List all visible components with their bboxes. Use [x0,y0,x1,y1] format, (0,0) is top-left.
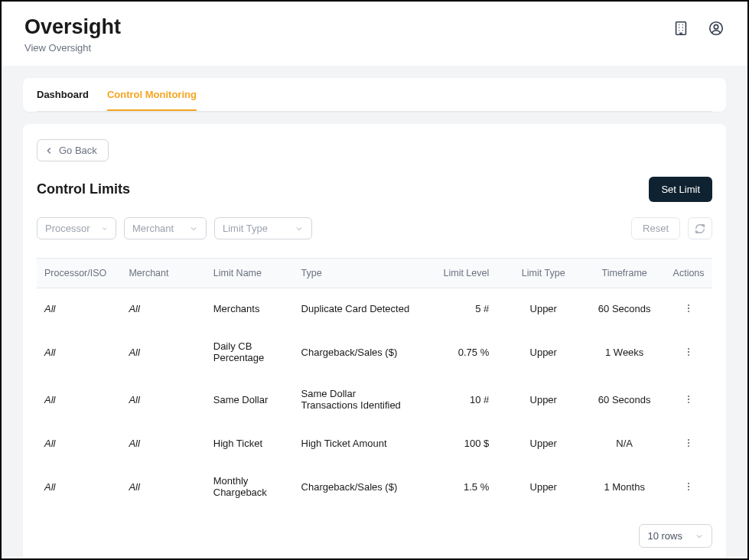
page-subtitle: View Oversight [24,42,121,54]
cell-limittype: Upper [503,328,584,376]
svg-point-12 [688,308,689,309]
cell-merchant: All [121,463,205,510]
cell-type: High Ticket Amount [294,423,422,463]
filters-left: Processor Merchant Limit Type [37,217,312,239]
more-vertical-icon [683,481,694,492]
cell-limitlevel: 0.75 % [422,328,503,376]
col-header-limitlevel: Limit Level [422,259,503,288]
more-vertical-icon [683,303,694,314]
cell-actions [665,376,712,423]
svg-point-25 [688,489,689,490]
content-area: Dashboard Control Monitoring Go Back Con… [2,66,747,557]
svg-point-9 [710,22,723,35]
chevron-down-icon [189,224,198,233]
table-row: All All Daily CB Percentage Chargeback/S… [37,328,712,376]
merchant-filter[interactable]: Merchant [124,217,207,239]
cell-processor: All [37,423,121,463]
reset-button[interactable]: Reset [631,217,680,239]
row-actions-button[interactable] [681,392,696,407]
svg-point-17 [688,396,689,397]
more-vertical-icon [683,347,694,357]
table-row: All All High Ticket High Ticket Amount 1… [37,423,712,463]
chevron-down-icon [295,224,304,233]
svg-point-22 [688,445,689,447]
row-actions-button[interactable] [681,479,696,494]
processor-filter-label: Processor [45,223,90,234]
cell-timeframe: 1 Weeks [584,328,665,376]
cell-limitlevel: 10 # [422,376,503,423]
section-title: Control Limits [37,181,130,197]
col-header-processor: Processor/ISO [37,259,121,288]
cell-limitname: Daily CB Percentage [206,328,294,376]
main-card: Go Back Control Limits Set Limit Process… [23,124,726,557]
cell-timeframe: N/A [584,423,665,463]
svg-rect-0 [676,22,686,35]
row-actions-button[interactable] [681,301,696,316]
cell-type: Chargeback/Sales ($) [294,463,422,510]
svg-point-20 [688,439,689,441]
cell-actions [665,288,712,329]
limit-type-filter[interactable]: Limit Type [214,217,312,239]
svg-point-13 [688,311,689,312]
building-icon[interactable] [672,20,689,40]
cell-limitlevel: 100 $ [422,423,503,463]
row-actions-button[interactable] [681,435,696,451]
cell-timeframe: 1 Months [584,463,665,510]
table-row: All All Monthly Chargeback Chargeback/Sa… [37,463,712,510]
cell-actions [665,423,712,463]
filters-right: Reset [631,217,712,239]
cell-actions [665,328,712,376]
cell-limittype: Upper [503,288,584,329]
svg-point-10 [714,24,718,29]
cell-limittype: Upper [503,463,584,510]
user-account-icon[interactable] [708,20,725,40]
svg-point-19 [688,402,689,403]
cell-type: Chargeback/Sales ($) [294,328,422,376]
svg-point-23 [688,483,689,484]
svg-point-18 [688,399,689,400]
col-header-limittype: Limit Type [503,259,584,288]
cell-processor: All [37,328,121,376]
merchant-filter-label: Merchant [132,223,174,234]
table-body: All All Merchants Duplicate Card Detecte… [37,288,712,511]
cell-processor: All [37,376,121,423]
set-limit-button[interactable]: Set Limit [649,177,712,202]
chevron-left-icon [44,145,54,156]
rows-per-page-select[interactable]: 10 rows [639,524,712,548]
col-header-limitname: Limit Name [206,259,294,288]
filters-row: Processor Merchant Limit Type [37,217,712,239]
svg-point-14 [688,348,689,350]
svg-point-16 [688,354,689,356]
cell-merchant: All [121,423,205,463]
cell-type: Same Dollar Transactions Identified [294,376,422,423]
cell-limittype: Upper [503,376,584,423]
tabs-card: Dashboard Control Monitoring [23,78,726,112]
refresh-button[interactable] [688,217,712,239]
row-actions-button[interactable] [681,344,696,360]
header-left: Oversight View Oversight [24,15,121,54]
header-right [672,15,725,40]
col-header-type: Type [294,259,422,288]
cell-merchant: All [121,376,205,423]
go-back-label: Go Back [59,145,97,156]
cell-limitname: Monthly Chargeback [206,463,294,510]
section-header: Control Limits Set Limit [37,177,712,202]
page-title: Oversight [24,15,121,39]
col-header-actions: Actions [665,259,712,288]
go-back-button[interactable]: Go Back [37,139,109,161]
limit-type-filter-label: Limit Type [223,223,268,234]
tab-control-monitoring[interactable]: Control Monitoring [107,78,197,111]
more-vertical-icon [683,438,694,448]
table-footer: 10 rows [37,524,712,548]
svg-point-11 [688,304,689,306]
cell-limitname: High Ticket [206,423,294,463]
cell-processor: All [37,288,121,329]
svg-point-21 [688,442,689,444]
processor-filter[interactable]: Processor [37,217,116,239]
svg-point-24 [688,486,689,487]
tab-dashboard[interactable]: Dashboard [37,78,89,111]
chevron-down-icon [695,532,704,541]
chevron-down-icon [101,224,108,233]
table-head: Processor/ISO Merchant Limit Name Type L… [37,259,712,288]
table-row: All All Merchants Duplicate Card Detecte… [37,288,712,329]
